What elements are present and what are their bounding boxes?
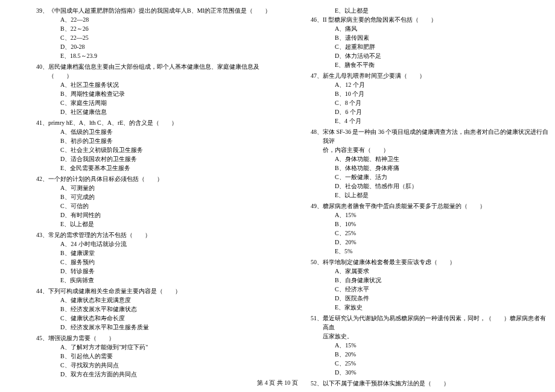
- option-item: E、家族史: [281, 303, 549, 312]
- question-text: 41、primry hE、A、lth C、A、rE、的含义是（ ）: [6, 118, 274, 127]
- option-item: B、初步的卫生服务: [6, 136, 274, 145]
- question-text: 51、最近研究认为代谢缺陷为易感糖尿病的一种遗传因素，同时，（ ）糖尿病患者有高…: [281, 314, 549, 332]
- option-item: D、20%: [281, 238, 549, 247]
- option-item: A、15%: [281, 210, 549, 220]
- question-text: 46、II 型糖尿病主要的危险因素不包括（ ）: [281, 15, 549, 24]
- option-item: B、自身健康状况: [281, 276, 549, 285]
- option-item: D、适合我国农村的卫生服务: [6, 154, 274, 163]
- question-block: 47、新生儿母乳喂养时间至少要满（ ）A、12 个月B、10 个月C、8 个月D…: [281, 71, 549, 125]
- option-item: A、可测量的: [6, 183, 274, 192]
- option-item: C、25%: [281, 359, 549, 368]
- option-item: D、20-28: [6, 42, 274, 51]
- question-block: 48、宋体 SF-36 是一种由 36 个项目组成的健康调查方法，由患者对自己的…: [281, 127, 549, 200]
- option-item: E、4 个月: [281, 116, 549, 125]
- option-item: B、体格功能、身体疼痛: [281, 163, 549, 172]
- option-item: C、经济水平: [281, 285, 549, 294]
- option-item: B、周期性健康检查记录: [6, 89, 274, 98]
- option-item: B、引起他人的需要: [6, 352, 274, 361]
- option-item: E、以上都是: [281, 6, 549, 15]
- question-text: 47、新生儿母乳喂养时间至少要满（ ）: [281, 71, 549, 80]
- option-item: D、有时间性的: [6, 210, 274, 220]
- option-item: B、可完成的: [6, 192, 274, 201]
- option-item: E、疾病筛查: [6, 276, 274, 285]
- option-item: D、体力活动不足: [281, 51, 549, 60]
- option-item: A、社区卫生服务状况: [6, 80, 274, 89]
- question-text: 42、一个好的计划的具体目标必须包括（ ）: [6, 174, 274, 183]
- option-item: D、社会功能、情感作用（肛）: [281, 182, 549, 191]
- option-item: E、18.5～23.9: [6, 51, 274, 60]
- option-item: A、22—28: [6, 15, 274, 24]
- option-item: C、服务预约: [6, 258, 274, 267]
- option-item: E、5%: [281, 247, 549, 256]
- option-item: B、经济发展水平和健康状态: [6, 305, 274, 314]
- option-item: E、以上都是: [6, 220, 274, 229]
- option-item: C、健康状态和寿命长度: [6, 314, 274, 323]
- question-block: 43、常见的需求管理的方法不包括（ ）A、24 小时电话就诊分流B、健康课堂C、…: [6, 230, 274, 285]
- left-column: 39、《中国成年人超重肥胖防治指南》提出的我国成年人B、MI的正常范围值是（ ）…: [6, 6, 274, 390]
- option-item: A、低级的卫生服务: [6, 127, 274, 136]
- question-block: 39、《中国成年人超重肥胖防治指南》提出的我国成年人B、MI的正常范围值是（ ）…: [6, 6, 274, 60]
- right-column: E、以上都是46、II 型糖尿病主要的危险因素不包括（ ）A、痛风B、遗传因素C…: [281, 6, 549, 390]
- option-item: B、10%: [281, 220, 549, 229]
- option-item: B、10 个月: [281, 89, 549, 98]
- option-item: D、6 个月: [281, 107, 549, 116]
- option-item: A、家属要求: [281, 267, 549, 276]
- option-item: C、寻找双方的共同点: [6, 361, 274, 370]
- question-text: 49、糖尿病患者膳食平衡中蛋白质能量不要多于总能量的（ ）: [281, 201, 549, 210]
- option-item: C、家庭生活周期: [6, 98, 274, 107]
- option-item: C、社会主义初级阶段卫生服务: [6, 145, 274, 154]
- question-text: 50、科学地制定健康体检套餐最主要应该专虑（ ）: [281, 258, 549, 267]
- option-item: C、8 个月: [281, 98, 549, 107]
- option-item: A、身体功能、精神卫生: [281, 154, 549, 163]
- option-item: D、30%: [281, 368, 549, 377]
- question-text: 44、下列可构成健康相关生命质量主要内容是（ ）: [6, 286, 274, 296]
- option-item: D、经济发展水平和卫生服务质量: [6, 323, 274, 332]
- option-item: E、以上都是: [281, 191, 549, 200]
- question-block: 45、增强说服力需要（ ）A、了解对方才能做到"对症下药"B、引起他人的需要C、…: [6, 334, 274, 379]
- option-item: B、20%: [281, 350, 549, 359]
- question-text: 43、常见的需求管理的方法不包括（ ）: [6, 230, 274, 239]
- option-item: B、遗传因素: [281, 33, 549, 42]
- option-item: C、一般健康、活力: [281, 172, 549, 182]
- question-continuation: 压家族史。: [281, 332, 549, 341]
- option-item: A、健康状态和主观满意度: [6, 296, 274, 305]
- question-block: 42、一个好的计划的具体目标必须包括（ ）A、可测量的B、可完成的C、可信的D、…: [6, 174, 274, 229]
- option-item: C、超重和肥胖: [281, 42, 549, 51]
- question-text: 39、《中国成年人超重肥胖防治指南》提出的我国成年人B、MI的正常范围值是（ ）: [6, 6, 274, 15]
- option-item: A、痛风: [281, 24, 549, 33]
- option-item: A、15%: [281, 341, 549, 350]
- question-block: 50、科学地制定健康体检套餐最主要应该专虑（ ）A、家属要求B、自身健康状况C、…: [281, 258, 549, 312]
- question-block: 51、最近研究认为代谢缺陷为易感糖尿病的一种遗传因素，同时，（ ）糖尿病患者有高…: [281, 314, 549, 377]
- option-item: A、12 个月: [281, 80, 549, 89]
- question-text: 48、宋体 SF-36 是一种由 36 个项目组成的健康调查方法，由患者对自己的…: [281, 127, 549, 145]
- option-item: E、全民需要基本卫生服务: [6, 163, 274, 172]
- question-block: 49、糖尿病患者膳食平衡中蛋白质能量不要多于总能量的（ ）A、15%B、10%C…: [281, 201, 549, 256]
- question-block: 40、居民健康档案信息主要由三大部份组成，即个人基本健康信息、家庭健康信息及（ …: [6, 62, 274, 116]
- option-item: C、22—25: [6, 33, 274, 42]
- option-item: D、医院条件: [281, 294, 549, 303]
- question-block: 46、II 型糖尿病主要的危险因素不包括（ ）A、痛风B、遗传因素C、超重和肥胖…: [281, 15, 549, 69]
- option-item: C、可信的: [6, 201, 274, 210]
- option-item: D、双方在生活方面的共同点: [6, 370, 274, 379]
- option-item: D、社区健康信息: [6, 107, 274, 116]
- option-item: A、24 小时电话就诊分流: [6, 239, 274, 248]
- question-text: 45、增强说服力需要（ ）: [6, 334, 274, 343]
- option-item: E、膳食不平衡: [281, 60, 549, 69]
- option-item: C、25%: [281, 229, 549, 238]
- question-text: 40、居民健康档案信息主要由三大部份组成，即个人基本健康信息、家庭健康信息及（ …: [6, 62, 274, 80]
- question-block: 44、下列可构成健康相关生命质量主要内容是（ ）A、健康状态和主观满意度B、经济…: [6, 286, 274, 332]
- option-item: B、健康课堂: [6, 248, 274, 258]
- question-block: 41、primry hE、A、lth C、A、rE、的含义是（ ）A、低级的卫生…: [6, 118, 274, 172]
- option-item: D、转诊服务: [6, 267, 274, 276]
- question-continuation: 价，内容主要有（ ）: [281, 145, 549, 154]
- option-item: B、22～26: [6, 24, 274, 33]
- option-item: A、了解对方才能做到"对症下药": [6, 343, 274, 352]
- page-footer: 第 4 页 共 10 页: [0, 379, 555, 387]
